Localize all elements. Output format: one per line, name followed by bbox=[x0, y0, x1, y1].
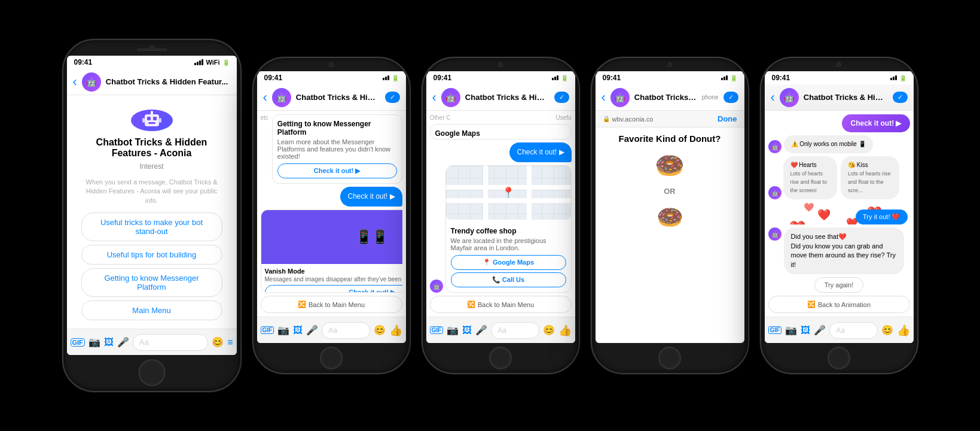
cam-icon-5[interactable]: 📷 bbox=[785, 324, 797, 336]
like-icon-3[interactable]: 👍 bbox=[558, 324, 572, 337]
camera-1 bbox=[149, 45, 154, 50]
check-out-row-5: Check it out! ▶ bbox=[768, 114, 910, 132]
input-bar-3: GIF 📷 🖼 🎤 Aa 😊 👍 bbox=[426, 317, 575, 343]
emoji-icon-5[interactable]: 😊 bbox=[881, 324, 893, 336]
input-bar-2: GIF 📷 🖼 🎤 Aa 😊 👍 bbox=[257, 317, 406, 343]
home-btn-1[interactable] bbox=[138, 359, 165, 386]
emoji-icon-2[interactable]: 😊 bbox=[374, 324, 386, 336]
carousel-img-1: 📱📱 bbox=[261, 210, 402, 264]
back-5[interactable]: ‹ bbox=[771, 91, 775, 104]
carousel-btn-1[interactable]: Check it out! ▶ bbox=[265, 285, 402, 293]
svg-point-5 bbox=[151, 111, 153, 113]
img-icon-5[interactable]: 🖼 bbox=[801, 325, 810, 336]
mic-icon-5[interactable]: 🎤 bbox=[814, 324, 826, 336]
text-input-1[interactable]: Aa bbox=[133, 334, 208, 351]
carousel-title-1: Vanish Mode bbox=[265, 268, 402, 275]
profile-screen-1: Chatbot Tricks & Hidden Features - Aconi… bbox=[72, 100, 232, 324]
msg-header-4: ‹ 🤖 Chatbot Tricks & Hidde... phone ✓ bbox=[596, 84, 744, 111]
camera-4 bbox=[667, 62, 672, 67]
svg-rect-2 bbox=[153, 117, 157, 120]
webview-done-4[interactable]: Done bbox=[718, 114, 737, 123]
chat-area-3: Other C Usefu Google Maps Check out how … bbox=[426, 111, 575, 317]
home-btn-4[interactable] bbox=[658, 347, 681, 369]
scene: 09:41 WiFi 🔋 ‹ 🤖 bbox=[0, 0, 980, 431]
kiss-bubble-5: 😘 Kiss Lots of hearts rise and float to … bbox=[841, 156, 899, 199]
home-btn-5[interactable] bbox=[828, 347, 850, 369]
gif-icon-1[interactable]: GIF bbox=[71, 338, 85, 347]
back-menu-5[interactable]: 🔀 Back to Animation bbox=[768, 296, 910, 313]
mic-icon-1[interactable]: 🎤 bbox=[117, 336, 129, 348]
svg-rect-1 bbox=[147, 117, 151, 120]
top-card-3: Google Maps Check out how to link Google… bbox=[430, 124, 572, 139]
header-title-1: Chatbot Tricks & Hidden Featur... bbox=[106, 77, 231, 86]
image-icon-1[interactable]: 🖼 bbox=[104, 337, 114, 348]
status-right-1: WiFi 🔋 bbox=[194, 59, 229, 66]
like-icon-2[interactable]: 👍 bbox=[389, 324, 402, 337]
qr-btn-0[interactable]: Useful tricks to make your bot stand-out bbox=[81, 213, 222, 241]
profile-cat-1: Interest bbox=[139, 162, 163, 171]
home-btn-2[interactable] bbox=[320, 347, 343, 369]
cam-icon-2[interactable]: 📷 bbox=[277, 324, 289, 336]
top-partial-2: etc Getting to know Messenger Platform L… bbox=[261, 114, 402, 184]
back-menu-2[interactable]: 🔀 Back to Main Menu bbox=[261, 296, 402, 313]
camera-2 bbox=[329, 62, 334, 67]
back-menu-3[interactable]: 🔀 Back to Main Menu bbox=[430, 296, 572, 313]
time-5: 09:41 bbox=[772, 74, 790, 82]
gif-icon-2[interactable]: GIF bbox=[261, 326, 274, 334]
mic-icon-3[interactable]: 🎤 bbox=[475, 324, 487, 336]
time-2: 09:41 bbox=[264, 74, 283, 82]
gif-icon-3[interactable]: GIF bbox=[430, 326, 444, 334]
top-card-desc-2: Learn more about the Messenger Platforms… bbox=[277, 138, 397, 160]
qr-btn-1[interactable]: Useful tips for bot building bbox=[81, 245, 222, 265]
back-btn-1[interactable]: ‹ bbox=[73, 75, 77, 89]
google-maps-btn-3[interactable]: 📍 Google Maps bbox=[451, 255, 566, 270]
home-btn-3[interactable] bbox=[489, 347, 512, 369]
mic-icon-2[interactable]: 🎤 bbox=[306, 324, 318, 336]
webview-header-4: 🔒 wbv.aconia.co Done bbox=[596, 111, 744, 128]
chat-area-2: etc Getting to know Messenger Platform L… bbox=[257, 111, 406, 317]
loc-title-3: Trendy coffee shop bbox=[451, 227, 566, 235]
check-btn-2[interactable]: ✓ bbox=[385, 92, 400, 103]
qr-btn-2[interactable]: Getting to know Messenger Platform bbox=[81, 268, 222, 297]
cam-icon-3[interactable]: 📷 bbox=[447, 324, 459, 336]
img-icon-2[interactable]: 🖼 bbox=[293, 325, 303, 336]
bot-avatar-5b: 🤖 bbox=[768, 186, 781, 199]
header-title-5: Chatbot Tricks & Hidde... bbox=[804, 93, 888, 102]
top-card-title-3: Google Maps bbox=[435, 129, 566, 138]
camera-5 bbox=[836, 62, 841, 67]
qr-btn-3[interactable]: Main Menu bbox=[81, 301, 222, 320]
text-input-5[interactable]: Aa bbox=[829, 322, 877, 339]
outgoing-row-3: Check it out! ▶ bbox=[430, 142, 572, 162]
gif-icon-5[interactable]: GIF bbox=[768, 326, 782, 334]
text-input-3[interactable]: Aa bbox=[491, 322, 539, 339]
kiss-col-5: 😘 Kiss Lots of hearts rise and float to … bbox=[841, 156, 910, 199]
try-again-btn-5[interactable]: Try again! bbox=[814, 277, 864, 293]
check-btn-5[interactable]: ✓ bbox=[893, 92, 908, 103]
location-row-3: 🤖 📍 Trendy coffee shop bbox=[430, 165, 572, 293]
text-input-2[interactable]: Aa bbox=[322, 322, 370, 339]
back-2[interactable]: ‹ bbox=[263, 91, 267, 104]
emoji-icon-1[interactable]: 😊 bbox=[212, 336, 224, 348]
like-icon-5[interactable]: 👍 bbox=[897, 324, 910, 337]
header-title-3: Chatbot Tricks & Hidde... bbox=[465, 93, 549, 102]
call-us-btn-3[interactable]: 📞 Call Us bbox=[451, 272, 566, 287]
camera-icon-1[interactable]: 📷 bbox=[88, 336, 100, 348]
back-3[interactable]: ‹ bbox=[432, 91, 436, 104]
phone-4: 09:41 🔋 ‹ 🤖 Chatbot Tricks & Hidde.. bbox=[591, 57, 749, 374]
bot-svg bbox=[141, 110, 163, 131]
emoji-icon-3[interactable]: 😊 bbox=[543, 324, 555, 336]
status-right-5: 🔋 bbox=[890, 75, 906, 81]
check-btn-4[interactable]: ✓ bbox=[723, 92, 738, 103]
img-icon-3[interactable]: 🖼 bbox=[462, 325, 472, 336]
back-4[interactable]: ‹ bbox=[602, 91, 606, 104]
top-card-btn-2[interactable]: Check it out! ▶ bbox=[277, 163, 397, 178]
outgoing-row-2: Check it out! ▶ bbox=[261, 187, 402, 207]
menu-icon-1[interactable]: ≡ bbox=[227, 337, 233, 348]
avatar-2: 🤖 bbox=[272, 88, 291, 107]
check-btn-3[interactable]: ✓ bbox=[554, 92, 569, 103]
svg-rect-6 bbox=[142, 118, 145, 123]
avatar-5: 🤖 bbox=[780, 88, 799, 107]
aa-label-1: Aa bbox=[139, 338, 149, 347]
signal-3 bbox=[552, 75, 558, 80]
phone-2-screen: 09:41 🔋 ‹ 🤖 Chatbot Tricks & Hidde... bbox=[257, 71, 406, 343]
